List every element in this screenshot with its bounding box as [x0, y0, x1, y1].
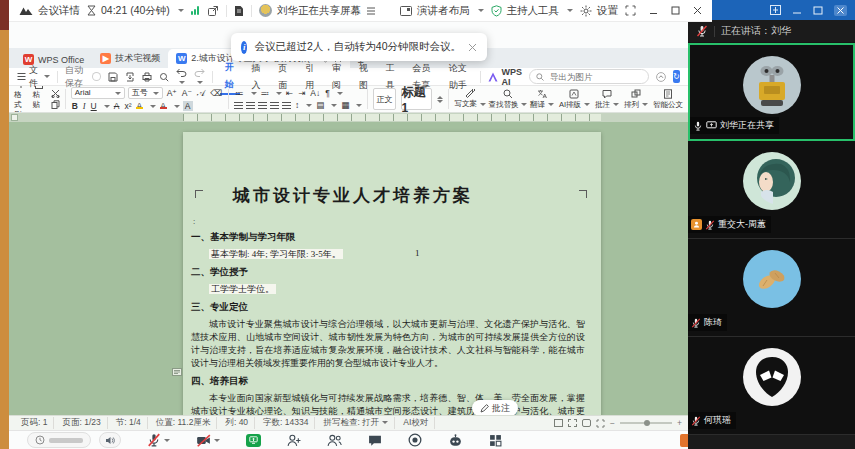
- command-search[interactable]: [529, 69, 649, 84]
- increase-indent-button[interactable]: ⇥: [297, 88, 306, 98]
- bold-button[interactable]: B: [71, 101, 79, 111]
- list-icon[interactable]: [366, 7, 376, 15]
- tool-comment[interactable]: 批注: [595, 89, 619, 110]
- tool-ai-layout[interactable]: AI排版: [559, 89, 590, 110]
- chat-button[interactable]: [368, 434, 382, 447]
- justify-button[interactable]: [270, 102, 279, 109]
- meeting-info-pill[interactable]: [27, 432, 91, 448]
- minimize-button[interactable]: [792, 6, 802, 15]
- tool-find-replace[interactable]: 查找替换: [491, 89, 525, 110]
- document-icon[interactable]: [234, 5, 244, 17]
- style-gallery-up[interactable]: [437, 96, 443, 99]
- minimize-button[interactable]: [649, 6, 658, 15]
- text-effects-button[interactable]: 𝒜: [196, 88, 206, 99]
- apps-button[interactable]: [489, 434, 502, 447]
- align-right-button[interactable]: [258, 102, 267, 109]
- taskbar-app-icon[interactable]: [680, 434, 688, 447]
- meeting-details-button[interactable]: 会议详情: [19, 4, 80, 18]
- strikethrough-button[interactable]: A: [113, 101, 121, 111]
- paste-button[interactable]: 粘贴: [32, 86, 45, 113]
- audio-mode-pill[interactable]: [99, 432, 121, 448]
- web-view-icon[interactable]: [582, 419, 591, 427]
- mic-button[interactable]: [147, 433, 170, 447]
- style-heading-1[interactable]: 标题 1: [401, 88, 433, 110]
- zoom-slider[interactable]: [620, 422, 672, 424]
- wps-upgrade-icon[interactable]: ↻: [673, 70, 680, 83]
- record-button[interactable]: [408, 433, 422, 447]
- print-preview-icon[interactable]: [159, 72, 169, 82]
- status-word-count[interactable]: 字数: 14334: [257, 417, 315, 429]
- annotate-button[interactable]: 批注: [472, 400, 518, 415]
- split-view-icon[interactable]: [770, 5, 781, 15]
- zoom-in-button[interactable]: +: [677, 418, 682, 428]
- horizontal-ruler[interactable]: [9, 113, 688, 122]
- decrease-indent-button[interactable]: ⇤: [285, 88, 294, 98]
- save-icon[interactable]: [108, 72, 118, 82]
- font-name-select[interactable]: Arial: [71, 87, 125, 99]
- invite-button[interactable]: [287, 434, 301, 447]
- format-painter-button[interactable]: 格式刷: [14, 86, 27, 113]
- participant-tile-zhouhui[interactable]: 重交大-周蕙: [688, 141, 855, 239]
- tool-arrange[interactable]: 排列: [624, 89, 648, 110]
- autosave-toggle[interactable]: [92, 72, 101, 81]
- ai-assistant-button[interactable]: [448, 434, 463, 447]
- undo-button[interactable]: [176, 66, 187, 86]
- copy-icon[interactable]: [51, 100, 60, 109]
- meeting-timer[interactable]: 04:21 (40分钟): [87, 4, 184, 18]
- tool-write-copy[interactable]: 写文案: [454, 89, 486, 109]
- character-shading-button[interactable]: A: [183, 101, 193, 111]
- border-button[interactable]: ▦: [340, 100, 350, 110]
- collapse-ribbon-icon[interactable]: [656, 72, 666, 82]
- font-size-select[interactable]: 五号: [128, 87, 163, 99]
- tool-translate[interactable]: 翻译: [530, 89, 554, 110]
- status-ai-proofread[interactable]: AI校对: [397, 417, 435, 429]
- document-canvas[interactable]: 城市设计专业人才培养方案 : 一、基本学制与学习年限 基本学制: 4年; 学习年…: [9, 122, 688, 415]
- fullscreen-view-icon[interactable]: [596, 419, 605, 428]
- status-spellcheck[interactable]: 拼写检查: 打开: [317, 417, 395, 429]
- align-center-button[interactable]: [246, 102, 255, 109]
- maximize-button[interactable]: [671, 6, 680, 15]
- align-left-button[interactable]: [234, 102, 243, 109]
- participant-tile-liuhua[interactable]: 刘华正在共享: [688, 43, 855, 141]
- participants-button[interactable]: [327, 434, 342, 447]
- layout-button[interactable]: 演讲者布局: [400, 4, 484, 18]
- superscript-button[interactable]: x²: [123, 101, 132, 111]
- participant-tile-chenqi[interactable]: 陈琦: [688, 239, 855, 337]
- cut-icon[interactable]: [51, 89, 60, 98]
- redo-button[interactable]: [194, 66, 205, 86]
- fullscreen-icon[interactable]: [625, 5, 636, 16]
- underline-button[interactable]: U: [90, 101, 98, 111]
- tab-video[interactable]: ▶ 技术宅视频: [92, 49, 168, 68]
- host-tools-button[interactable]: 主持人工具: [491, 4, 574, 18]
- style-gallery-down[interactable]: [437, 100, 443, 103]
- view-mode-icon[interactable]: [554, 419, 563, 427]
- share-screen-button[interactable]: [246, 434, 261, 447]
- line-spacing-button[interactable]: ↕: [294, 100, 300, 110]
- pop-out-icon[interactable]: [207, 5, 219, 17]
- font-color-button[interactable]: A: [159, 101, 168, 111]
- tab-selector[interactable]: [11, 114, 18, 121]
- camera-button[interactable]: [196, 434, 220, 447]
- print-icon[interactable]: [142, 72, 152, 82]
- clear-format-button[interactable]: ⌫: [209, 88, 223, 98]
- search-input[interactable]: [548, 71, 642, 83]
- show-marks-button[interactable]: ¶: [324, 88, 331, 98]
- settings-button[interactable]: 设置: [580, 4, 618, 18]
- highlight-color-button[interactable]: A: [136, 101, 145, 111]
- close-button[interactable]: [693, 6, 702, 15]
- numbered-list-button[interactable]: ≕: [260, 88, 271, 98]
- maximize-button[interactable]: [813, 6, 823, 15]
- increase-font-button[interactable]: A⁺: [166, 88, 178, 98]
- distribute-button[interactable]: [282, 102, 291, 109]
- document-page[interactable]: 城市设计专业人才培养方案 : 一、基本学制与学习年限 基本学制: 4年; 学习年…: [183, 132, 601, 415]
- shading-button[interactable]: ▤: [315, 100, 325, 110]
- style-body-text[interactable]: 正文: [373, 88, 395, 110]
- italic-button[interactable]: I: [82, 101, 87, 111]
- close-button[interactable]: [834, 5, 847, 16]
- tool-smart-official-doc[interactable]: 智能公文: [653, 89, 683, 110]
- participant-tile-heqiyao[interactable]: 何琪瑶: [688, 337, 855, 435]
- export-icon[interactable]: [125, 72, 135, 82]
- decrease-font-button[interactable]: A⁻: [181, 88, 193, 98]
- bullet-list-button[interactable]: ≔: [234, 88, 245, 98]
- sort-button[interactable]: A↓: [309, 88, 321, 98]
